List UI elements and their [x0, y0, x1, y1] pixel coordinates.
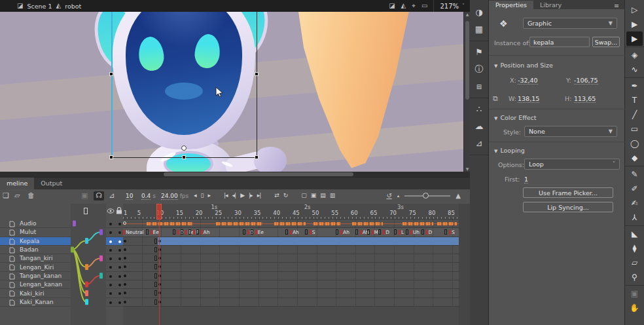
- show-hide-all-layers-icon[interactable]: [107, 208, 115, 214]
- edit-scene-icon[interactable]: ◪: [389, 3, 395, 9]
- vertical-scroll-thumb[interactable]: [465, 21, 469, 100]
- stage-zoom-control[interactable]: 217% ˅: [433, 0, 465, 12]
- selection-handle-mid-right[interactable]: [255, 72, 259, 76]
- tab-library[interactable]: Library: [533, 1, 568, 9]
- layer-visibility-dot[interactable]: [109, 249, 112, 252]
- layer-parent-swatch[interactable]: [85, 282, 88, 288]
- timeline-ruler[interactable]: 15101520253035404550556065707580851s2s3s: [123, 204, 459, 220]
- fluid-brush-tool[interactable]: ✍: [626, 196, 643, 210]
- bone-tool[interactable]: ⅄: [626, 210, 643, 225]
- frame-row-lengan-kiri[interactable]: [123, 263, 459, 271]
- hand-tool[interactable]: ✋: [626, 301, 643, 315]
- layer-lock-dot[interactable]: [118, 240, 121, 243]
- y-value[interactable]: -106,75: [574, 77, 598, 85]
- gradient-transform-tool[interactable]: ◈: [626, 48, 643, 62]
- layer-parenting-view-icon[interactable]: ☊: [94, 191, 104, 201]
- tab-properties[interactable]: Properties: [489, 1, 533, 9]
- loop-options-dropdown[interactable]: Loop˅: [524, 159, 620, 170]
- frame-row-lengan-kanan[interactable]: [123, 280, 459, 289]
- line-tool[interactable]: ╱: [626, 107, 643, 122]
- frame-row-kaki-kanan[interactable]: [123, 298, 459, 307]
- timeline-frames-area[interactable]: 15101520253035404550556065707580851s2s3s…: [123, 204, 459, 325]
- color-effect-section-header[interactable]: ▼Color Effect: [494, 114, 537, 121]
- layer-lock-dot[interactable]: [118, 249, 121, 252]
- layer-lock-dot[interactable]: [118, 292, 121, 295]
- lock-unlock-all-layers-icon[interactable]: [116, 207, 122, 214]
- selection-handle-bottom-right[interactable]: [255, 155, 259, 159]
- position-size-section-header[interactable]: ▼Position and Size: [494, 62, 553, 69]
- lip-syncing-button[interactable]: Lip Syncing...: [523, 202, 613, 212]
- stage-canvas[interactable]: ▲ ▼: [0, 12, 470, 172]
- w-value[interactable]: 138,15: [518, 95, 539, 103]
- canvas-horizontal-scrollbar[interactable]: [0, 172, 470, 177]
- layer-parent-swatch[interactable]: [99, 256, 103, 261]
- asset-warp-tool[interactable]: ⚲: [626, 270, 643, 284]
- new-folder-icon[interactable]: ▱: [14, 191, 20, 201]
- layer-visibility-dot[interactable]: [109, 301, 112, 304]
- scroll-down-icon[interactable]: ▼: [464, 166, 470, 172]
- transform-panel-icon[interactable]: ⧈: [470, 78, 489, 95]
- free-transform-tool[interactable]: ▶: [626, 31, 643, 46]
- paint-bucket-tool[interactable]: ◣: [626, 227, 643, 241]
- panel-menu-icon[interactable]: ≡: [614, 2, 624, 9]
- layer-lock-dot[interactable]: [118, 275, 121, 278]
- elapsed-time-indicator[interactable]: 0.4 s: [141, 193, 156, 199]
- last-frame-icon[interactable]: ▸|: [257, 192, 261, 199]
- first-frame-icon[interactable]: |◂: [224, 192, 228, 199]
- color-panel-icon[interactable]: ◑: [470, 4, 489, 21]
- onion-skin-icon[interactable]: ▢: [301, 192, 306, 199]
- center-frame-icon[interactable]: ⌖: [412, 3, 416, 9]
- polystar-tool[interactable]: ◆: [626, 151, 643, 165]
- layer-parent-swatch[interactable]: [85, 238, 88, 244]
- camera-toggle-icon[interactable]: ▣: [81, 191, 88, 201]
- subselection-tool[interactable]: ▷: [626, 3, 643, 17]
- layer-parent-swatch[interactable]: [85, 290, 88, 296]
- layer-visibility-dot[interactable]: [109, 223, 112, 225]
- link-width-height-icon[interactable]: ⧉: [493, 94, 498, 103]
- frame-row-kepala[interactable]: [123, 237, 459, 246]
- layer-lock-dot[interactable]: [118, 266, 121, 269]
- looping-section-header[interactable]: ▼Looping: [494, 147, 525, 154]
- layer-lock-dot[interactable]: [118, 258, 121, 260]
- play-icon[interactable]: ▶: [240, 192, 244, 199]
- timeline-zoom-slider[interactable]: [404, 195, 450, 197]
- tab-output[interactable]: Output: [34, 178, 69, 189]
- timeline-zoom-in-icon[interactable]: ▲: [456, 192, 461, 199]
- info-panel-icon[interactable]: ⓘ: [470, 61, 489, 78]
- tab-timeline[interactable]: meline: [0, 178, 34, 189]
- layer-visibility-dot[interactable]: [109, 258, 112, 260]
- lasso-tool[interactable]: ∿: [626, 62, 643, 77]
- horizontal-scroll-thumb[interactable]: [164, 172, 353, 176]
- reset-timeline-zoom-icon[interactable]: ↺: [386, 192, 391, 199]
- layer-visibility-dot[interactable]: [109, 284, 112, 286]
- layer-visibility-dot[interactable]: [109, 292, 112, 295]
- text-tool[interactable]: T: [626, 93, 643, 107]
- selection-handle-bottom-mid[interactable]: [182, 155, 186, 159]
- transform-point[interactable]: [181, 145, 187, 151]
- layer-parent-swatch[interactable]: [73, 221, 76, 227]
- swap-button[interactable]: Swap...: [592, 37, 620, 47]
- timeline-zoom-out-icon[interactable]: ▴: [397, 193, 400, 199]
- step-forward-icon[interactable]: ▸: [207, 192, 210, 199]
- selection-handle-bottom-left[interactable]: [109, 155, 113, 159]
- layer-parent-swatch[interactable]: [99, 273, 103, 278]
- pen-tool[interactable]: ✒: [626, 79, 643, 93]
- loop-playback-icon[interactable]: ↻: [283, 192, 288, 199]
- cc-libraries-panel-icon[interactable]: ☁: [470, 118, 489, 135]
- timeline-zoom-slider-knob[interactable]: [423, 193, 429, 199]
- edit-multiple-frames-icon[interactable]: ▤: [320, 192, 325, 199]
- symbol-type-dropdown[interactable]: Graphic▼: [523, 18, 617, 29]
- clip-content-outside-stage-icon[interactable]: ▭: [421, 3, 427, 9]
- selection-handle-mid-left[interactable]: [109, 72, 113, 76]
- frame-row-kaki-kiri[interactable]: [123, 289, 459, 297]
- next-frame-icon[interactable]: |▸: [249, 192, 253, 199]
- robot-fist[interactable]: [254, 147, 287, 172]
- eraser-tool[interactable]: ▱: [626, 256, 643, 270]
- layer-lock-dot[interactable]: [118, 231, 121, 234]
- step-back-icon[interactable]: ◂: [194, 192, 196, 199]
- motion-editor-panel-icon[interactable]: ⊿: [470, 135, 489, 152]
- eyedropper-tool[interactable]: ⧫: [626, 241, 643, 256]
- selected-frame-span[interactable]: [158, 237, 459, 245]
- selection-edge-right[interactable]: [257, 12, 257, 157]
- pencil-tool[interactable]: ✎: [626, 167, 643, 182]
